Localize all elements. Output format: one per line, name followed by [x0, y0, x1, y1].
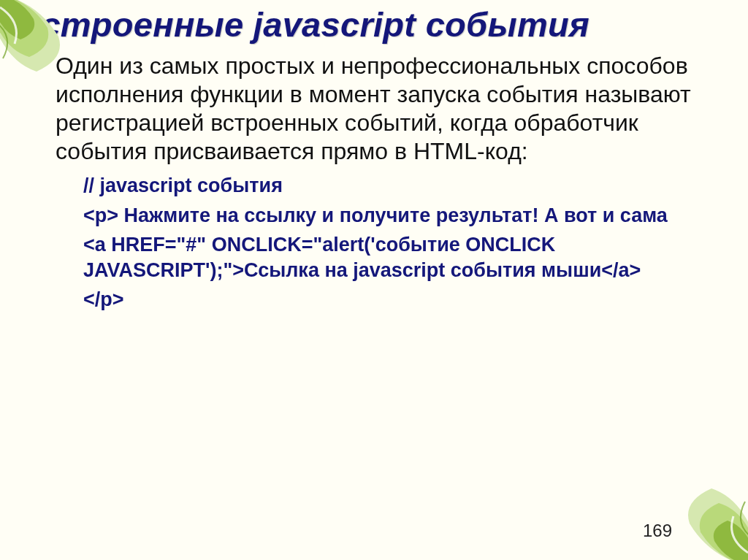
page-number: 169	[643, 521, 672, 541]
bullet-item: Один из самых простых и непрофессиональн…	[31, 52, 719, 166]
code-example: // javascript события <p> Нажмите на ссы…	[83, 173, 719, 312]
code-line-4: </p>	[83, 287, 719, 312]
slide-title: Встроенные javascript события	[0, 0, 748, 47]
main-paragraph: Один из самых простых и непрофессиональн…	[56, 52, 719, 166]
slide-content: Один из самых простых и непрофессиональн…	[0, 47, 748, 312]
code-line-3: <a HREF="#" ONCLICK="alert('событие ONCL…	[83, 232, 719, 283]
code-line-1: // javascript события	[83, 173, 719, 199]
decor-bottom-right	[668, 487, 748, 560]
code-line-2: <p> Нажмите на ссылку и получите результ…	[83, 203, 719, 229]
bullet-dot-icon	[34, 63, 41, 70]
